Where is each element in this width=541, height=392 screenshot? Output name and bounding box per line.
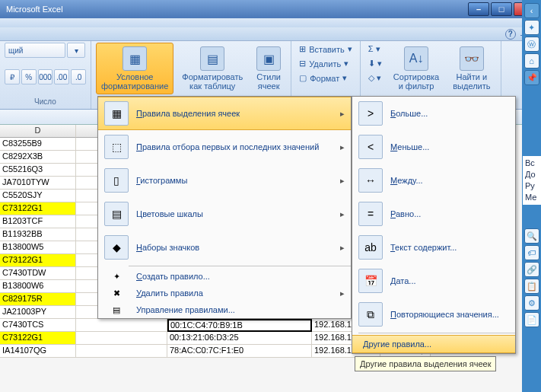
menu-label: Меньше...	[390, 142, 509, 151]
side-pin-icon[interactable]: 📌	[524, 70, 539, 85]
side-rss-icon[interactable]: ✦	[524, 20, 539, 35]
menu-icon: ✦	[110, 270, 123, 282]
menu-label: Создать правило...	[136, 272, 345, 281]
conditional-formatting-button[interactable]: ▦ Условное форматирование	[96, 43, 173, 94]
menu-item[interactable]: ▤Управление правилами...	[98, 301, 351, 318]
menu-item[interactable]: ✦Создать правило...	[98, 268, 351, 285]
help-icon[interactable]: ?	[505, 29, 516, 40]
format-as-table-button[interactable]: ▤ Форматировать как таблицу	[177, 43, 248, 94]
decrease-decimal-button[interactable]: .0	[71, 69, 86, 84]
cell[interactable]: B11932BB	[0, 228, 76, 241]
side-wp-icon[interactable]: ⓦ	[524, 37, 539, 52]
cell[interactable]: C5520SJY	[0, 190, 76, 202]
submenu-arrow-icon: ▸	[340, 243, 345, 253]
submenu-item[interactable]: ⧉Повторяющиеся значения...	[352, 298, 515, 331]
menu-icon: ▤	[110, 304, 123, 316]
percent-button[interactable]: %	[21, 69, 37, 84]
cell[interactable]: C8292X3B	[0, 151, 76, 164]
menu-icon: ab	[358, 235, 383, 260]
cell[interactable]	[76, 345, 167, 358]
cell[interactable]: C7430TDW	[0, 267, 76, 280]
menu-label: Правила отбора первых и последних значен…	[136, 142, 333, 151]
sort-icon: A↓	[404, 46, 428, 71]
delete-button[interactable]: ⊟Удалить ▾	[296, 57, 355, 70]
submenu-item[interactable]: =Равно...	[352, 197, 515, 231]
cell[interactable]: B13800W6	[0, 280, 76, 293]
menu-icon: >	[358, 101, 383, 126]
menu-item[interactable]: ▦Правила выделения ячеек▸	[98, 97, 351, 130]
cell-styles-button[interactable]: ▣ Стили ячеек	[251, 43, 286, 94]
submenu-arrow-icon: ▸	[340, 288, 345, 298]
number-group: щий ▾ ₽ % 000 .00 .0 Число	[0, 41, 91, 109]
cell[interactable]: B13800W5	[0, 241, 76, 254]
tab-strip	[0, 18, 541, 27]
insert-button[interactable]: ⊞Вставить ▾	[296, 43, 355, 56]
cell[interactable]: JA21003PY	[0, 306, 76, 319]
submenu-item[interactable]: >Больше...	[352, 97, 515, 130]
fill-button[interactable]: ⬇ ▾	[365, 57, 385, 70]
menu-item[interactable]: ▤Цветовые шкалы▸	[98, 197, 351, 231]
format-icon: ▢	[299, 73, 307, 83]
cell[interactable]: 00:13:21:06:D3:25	[167, 332, 312, 345]
menu-label: Больше...	[390, 109, 509, 118]
cell[interactable]: C73122G1	[0, 254, 76, 267]
currency-button[interactable]: ₽	[5, 69, 20, 84]
increase-decimal-button[interactable]: .00	[54, 69, 69, 84]
cell[interactable]: C83255B9	[0, 138, 76, 151]
tooltip: Другие правила выделения ячеек	[355, 356, 496, 371]
sum-button[interactable]: Σ ▾	[365, 43, 385, 56]
cell[interactable]: JA7010TYW	[0, 177, 76, 190]
menu-item[interactable]: ▯Гистограммы▸	[98, 164, 351, 197]
side-mag-icon[interactable]: 🔍	[524, 228, 539, 244]
dropdown-arrow-icon[interactable]: ▾	[67, 43, 85, 58]
maximize-button[interactable]: □	[491, 2, 512, 16]
cell[interactable]: 78:AC:C0:7C:F1:E0	[167, 345, 312, 358]
side-doc-icon[interactable]: 📄	[524, 312, 539, 327]
side-text-item[interactable]: Вс	[525, 158, 539, 169]
cell[interactable]: B1203TCF	[0, 215, 76, 228]
menu-icon: ▯	[104, 168, 129, 193]
submenu-item[interactable]: 📅Дата...	[352, 264, 515, 298]
sort-label: Сортировка и фильтр	[393, 72, 439, 91]
cell[interactable]: 00:1C:C4:70:B9:1B	[167, 319, 312, 332]
side-clip-icon[interactable]: 📋	[524, 279, 539, 294]
menu-item[interactable]: ⬚Правила отбора первых и последних значе…	[98, 130, 351, 164]
cell[interactable]: C73122G1	[0, 332, 76, 345]
cell[interactable]: C73122G1	[0, 202, 76, 215]
side-link-icon[interactable]: 🔗	[524, 262, 539, 277]
cell[interactable]: IA14107QG	[0, 345, 76, 358]
more-rules-item[interactable]: Другие правила...	[352, 335, 515, 353]
clear-button[interactable]: ◇ ▾	[365, 72, 385, 84]
side-text-item[interactable]: Ме	[525, 192, 539, 203]
cell[interactable]: C55216Q3	[0, 164, 76, 177]
submenu-arrow-icon: ▸	[340, 209, 345, 219]
menu-item[interactable]: ✖Удалить правила▸	[98, 285, 351, 301]
side-text-item[interactable]: До	[525, 169, 539, 180]
format-table-label: Форматировать как таблицу	[182, 72, 243, 91]
menu-item[interactable]: ◆Наборы значков▸	[98, 231, 351, 264]
titlebar: Microsoft Excel – □ ✕	[0, 0, 541, 18]
col-header-d[interactable]: D	[0, 125, 76, 138]
find-label: Найти и выделить	[453, 72, 490, 91]
side-text-item[interactable]: Ру	[525, 180, 539, 192]
side-tag-icon[interactable]: 🏷	[524, 245, 539, 260]
submenu-item[interactable]: ↔Между...	[352, 164, 515, 197]
thousands-button[interactable]: 000	[38, 69, 53, 84]
highlight-rules-submenu: >Больше...<Меньше...↔Между...=Равно...ab…	[352, 96, 516, 354]
submenu-item[interactable]: abТекст содержит...	[352, 231, 515, 264]
minimize-button[interactable]: –	[468, 2, 489, 16]
side-home-icon[interactable]: ⌂	[524, 53, 539, 69]
submenu-arrow-icon: ▸	[340, 176, 345, 186]
format-button[interactable]: ▢Формат ▾	[296, 72, 355, 84]
side-set-icon[interactable]: ⚙	[524, 295, 539, 311]
cell[interactable]	[76, 332, 167, 345]
side-back-icon[interactable]: ‹	[524, 3, 539, 18]
submenu-item[interactable]: <Меньше...	[352, 130, 515, 164]
number-format-dropdown[interactable]: щий	[5, 43, 65, 58]
cell[interactable]: C829175R	[0, 293, 76, 306]
help-bar: ? – ✕	[0, 27, 541, 41]
cell[interactable]: C7430TCS	[0, 319, 76, 332]
menu-label: Гистограммы	[136, 176, 333, 185]
cell[interactable]	[76, 319, 167, 332]
insert-icon: ⊞	[299, 44, 306, 54]
